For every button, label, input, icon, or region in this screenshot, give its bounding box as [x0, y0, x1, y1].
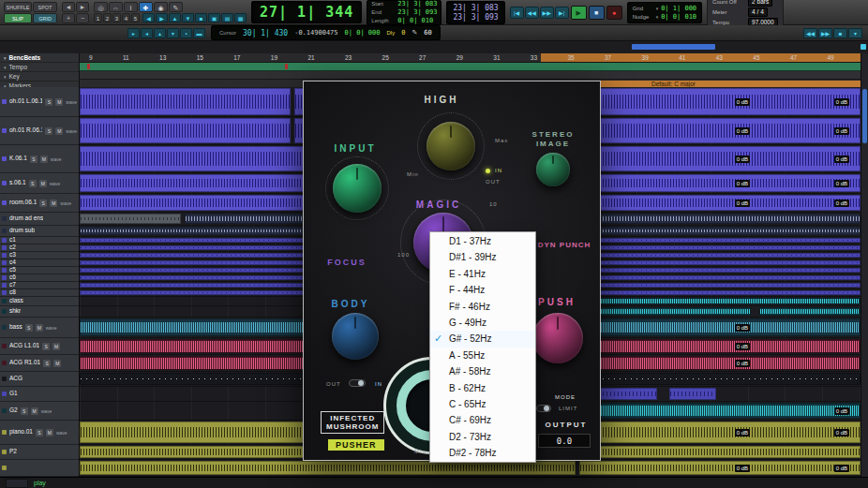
dropdown-item[interactable]: A - 55Hz	[430, 348, 535, 363]
tempo-event-marker[interactable]	[87, 64, 90, 69]
track-name[interactable]: class	[9, 298, 23, 304]
track-view-selector[interactable]: wave	[50, 181, 61, 186]
dropdown-item[interactable]: G - 49Hz	[430, 315, 535, 331]
audio-clip[interactable]	[579, 174, 861, 192]
mute-button[interactable]: M	[46, 429, 53, 436]
audio-clip[interactable]	[579, 446, 861, 458]
dropdown-item[interactable]: D2 - 73Hz	[430, 429, 535, 445]
track-header[interactable]: ACG L1.01SM	[0, 338, 79, 355]
mute-button[interactable]: M	[53, 360, 61, 367]
track-header[interactable]: oh.01 R.06.1SMwave	[0, 117, 79, 145]
solo-button[interactable]: S	[45, 127, 52, 135]
key-ruler[interactable]	[80, 71, 868, 80]
track-name[interactable]: c8	[9, 289, 16, 296]
track-header[interactable]: room.06.1SMwave	[0, 194, 79, 213]
memory-location-segment[interactable]	[861, 44, 866, 50]
audio-clip[interactable]	[579, 290, 861, 295]
track-name[interactable]: shkr	[9, 308, 21, 315]
push-knob[interactable]	[532, 313, 583, 363]
track-header[interactable]: class	[0, 297, 79, 306]
track-name[interactable]: c6	[9, 274, 16, 281]
audio-clip[interactable]	[579, 227, 861, 235]
dropdown-item[interactable]: ✓G# - 52Hz	[430, 331, 535, 347]
audio-clip[interactable]	[80, 88, 291, 115]
audio-clip[interactable]	[579, 318, 861, 336]
zoom-button[interactable]: ◄	[62, 2, 75, 12]
high-in-label[interactable]: IN	[495, 168, 502, 173]
mini-transport-button[interactable]: ◀◀	[803, 28, 817, 38]
track-header[interactable]: bassSMwave	[0, 318, 79, 338]
solo-button[interactable]: S	[25, 324, 33, 332]
audio-clip[interactable]	[579, 146, 861, 171]
function-button[interactable]: ◂	[141, 28, 153, 38]
track-view-selector[interactable]: wave	[60, 200, 71, 206]
audio-clip[interactable]	[579, 88, 861, 115]
audio-clip[interactable]	[579, 283, 861, 288]
audio-clip[interactable]	[579, 461, 861, 475]
zoom-button[interactable]: ►	[76, 2, 89, 12]
high-out-label[interactable]: OUT	[486, 179, 501, 185]
audio-clip[interactable]	[579, 214, 861, 224]
track-name[interactable]: oh.01 R.06.1	[9, 127, 42, 134]
track-name[interactable]: drum ad ens	[9, 215, 43, 222]
grid-value[interactable]: 0| 1| 000	[661, 5, 696, 12]
stop-button[interactable]: ■	[589, 6, 605, 20]
mute-button[interactable]: M	[36, 324, 43, 332]
track-name[interactable]: oh.01 L.06.1	[9, 98, 42, 105]
track-header[interactable]: c3	[0, 252, 79, 259]
mute-button[interactable]: M	[55, 98, 63, 106]
track-name[interactable]: s.06.1	[9, 180, 26, 186]
pencil-icon[interactable]: ✎	[412, 29, 417, 37]
limit-label[interactable]: LIMIT	[559, 406, 577, 411]
track-header[interactable]: c4	[0, 259, 79, 267]
mini-transport-button[interactable]: ▾	[848, 28, 862, 38]
function-button[interactable]: ▬	[193, 28, 205, 38]
chevron-down-icon[interactable]: ▾	[656, 6, 659, 11]
mute-button[interactable]: M	[31, 407, 38, 415]
track-name[interactable]: ACG R1.01	[9, 360, 40, 366]
track-header[interactable]: ACG	[0, 372, 79, 387]
input-knob[interactable]	[333, 164, 382, 213]
track-header[interactable]: ACG R1.01SM	[0, 355, 79, 372]
function-button[interactable]: ▪	[180, 28, 192, 38]
dropdown-item[interactable]: F# - 46Hz	[430, 299, 535, 315]
function-button[interactable]: ▤	[221, 13, 233, 22]
audio-clip[interactable]	[579, 118, 861, 143]
solo-button[interactable]: S	[42, 343, 50, 350]
zoom-preset-button[interactable]: 1	[94, 13, 102, 22]
dropdown-item[interactable]: C - 65Hz	[430, 396, 535, 412]
output-value[interactable]: 0.0	[538, 434, 591, 448]
dropdown-item[interactable]: D#1 - 39Hz	[430, 249, 535, 265]
zoom-preset-button[interactable]: 3	[112, 13, 121, 22]
function-button[interactable]: ▶	[156, 13, 168, 22]
audio-clip[interactable]	[579, 245, 861, 250]
audio-clip[interactable]	[579, 339, 861, 353]
mute-button[interactable]: M	[52, 343, 60, 350]
ruler-row-key[interactable]: ▾ Key	[0, 72, 79, 81]
audio-clip[interactable]	[579, 356, 861, 370]
track-header[interactable]: P2	[0, 445, 79, 460]
solo-button[interactable]: S	[36, 429, 43, 436]
track-name[interactable]: ACG	[9, 376, 22, 382]
track-header[interactable]: drum sub	[0, 226, 79, 237]
secondary-counter[interactable]: 23| 3| 083 23| 3| 093	[446, 1, 504, 24]
zoom-preset-button[interactable]: 5	[131, 13, 140, 22]
audio-clip[interactable]	[579, 238, 861, 243]
collapse-icon[interactable]: ▾	[4, 65, 7, 70]
audio-clip[interactable]	[579, 373, 861, 385]
function-button[interactable]: ▾	[167, 28, 179, 38]
mute-button[interactable]: M	[39, 180, 47, 187]
transport-button[interactable]: ◀◀	[525, 7, 539, 19]
track-header[interactable]: G2SMwave	[0, 402, 79, 421]
edit-tool-button[interactable]: ◎	[94, 2, 108, 12]
audio-clip[interactable]	[759, 307, 861, 316]
meter-value[interactable]: 4 / 4	[748, 7, 768, 17]
stereo-image-knob[interactable]	[536, 153, 570, 186]
track-name[interactable]: c2	[9, 244, 16, 251]
memory-location-segment[interactable]	[632, 44, 715, 50]
track-name[interactable]: piano.01	[9, 429, 33, 436]
solo-button[interactable]: S	[45, 98, 52, 106]
track-view-selector[interactable]: wave	[41, 408, 52, 414]
edit-tool-button[interactable]: ⇔	[109, 2, 123, 12]
edit-tool-button[interactable]: ✚	[139, 2, 153, 12]
